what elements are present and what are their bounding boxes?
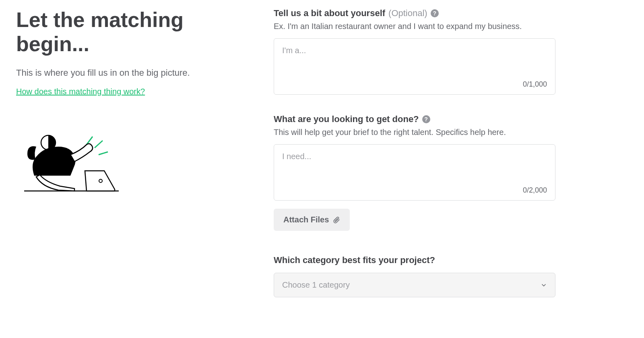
page-title: Let the matching begin... [16, 8, 242, 56]
about-yourself-section: Tell us a bit about yourself (Optional) … [274, 8, 555, 95]
need-char-counter: 0/2,000 [523, 186, 547, 195]
chevron-down-icon [541, 282, 547, 288]
person-laptop-illustration [16, 133, 121, 199]
need-textarea[interactable] [282, 152, 547, 176]
help-icon[interactable]: ? [422, 115, 430, 123]
need-textarea-container: 0/2,000 [274, 144, 555, 201]
category-select[interactable]: Choose 1 category [274, 273, 555, 297]
attach-files-button[interactable]: Attach Files [274, 209, 350, 231]
attach-files-label: Attach Files [283, 215, 329, 224]
about-char-counter: 0/1,000 [523, 80, 547, 89]
need-label: What are you looking to get done? [274, 114, 419, 124]
about-optional-tag: (Optional) [388, 8, 427, 19]
category-section: Which category best fits your project? C… [274, 255, 555, 297]
category-placeholder: Choose 1 category [282, 280, 350, 290]
need-helper: This will help get your brief to the rig… [274, 128, 555, 137]
svg-line-1 [95, 141, 103, 148]
about-textarea[interactable] [282, 46, 547, 70]
how-it-works-link[interactable]: How does this matching thing work? [16, 87, 145, 96]
page-subtitle: This is where you fill us in on the big … [16, 68, 242, 78]
about-textarea-container: 0/1,000 [274, 38, 555, 95]
category-label: Which category best fits your project? [274, 255, 555, 265]
svg-line-2 [99, 152, 108, 155]
about-label: Tell us a bit about yourself [274, 8, 385, 19]
need-section: What are you looking to get done? ? This… [274, 114, 555, 231]
paperclip-icon [333, 216, 340, 224]
help-icon[interactable]: ? [431, 9, 439, 17]
about-helper: Ex. I'm an Italian restaurant owner and … [274, 22, 555, 31]
